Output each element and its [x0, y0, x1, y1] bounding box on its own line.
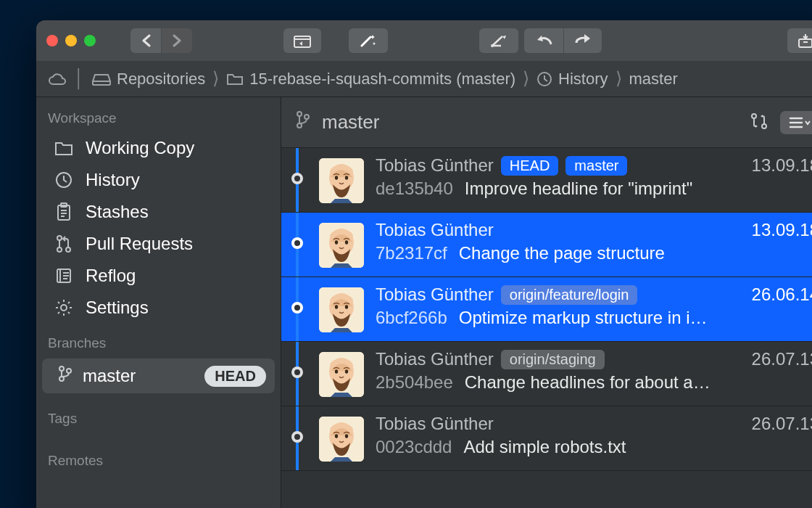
commit-row[interactable]: Tobias Günther26.07.130023cdddAdd simple… — [281, 406, 812, 471]
sidebar-item-label: Working Copy — [86, 138, 194, 158]
sidebar-branch-master[interactable]: master HEAD — [42, 359, 275, 393]
svg-point-16 — [297, 112, 302, 116]
breadcrumb-repo[interactable]: 15-rebase-i-squash-commits (master) — [226, 70, 515, 89]
svg-point-25 — [345, 176, 348, 180]
cloud-icon — [48, 73, 67, 86]
svg-rect-3 — [93, 81, 110, 85]
close-window[interactable] — [46, 35, 58, 46]
breadcrumb-history-label: History — [558, 70, 608, 89]
open-button[interactable] — [283, 28, 321, 53]
sidebar: Workspace Working CopyHistoryStashesPull… — [36, 97, 281, 508]
share-button[interactable] — [564, 28, 602, 53]
branch-icon — [296, 110, 310, 134]
commit-hash: 2b504bee — [376, 372, 453, 393]
avatar — [319, 417, 364, 462]
commit-row[interactable]: Tobias Güntherorigin/staging26.07.132b50… — [281, 342, 812, 406]
nav-forward-button[interactable] — [162, 28, 192, 53]
clock-icon — [52, 171, 75, 189]
sidebar-item-working-copy[interactable]: Working Copy — [36, 132, 281, 164]
stash-icon — [798, 33, 812, 49]
breadcrumb-repos[interactable]: Repositories — [92, 70, 205, 89]
graph-column — [281, 414, 313, 443]
rebase-button[interactable] — [479, 28, 518, 53]
graph-column — [281, 155, 313, 184]
svg-point-19 — [752, 114, 756, 118]
svg-point-44 — [335, 434, 338, 438]
sidebar-item-history[interactable]: History — [36, 164, 281, 196]
commit-hash: 0023cddd — [376, 437, 452, 457]
sidebar-item-settings[interactable]: Settings — [36, 292, 281, 324]
sidebar-item-stashes[interactable]: Stashes — [36, 196, 281, 228]
svg-point-39 — [335, 369, 338, 374]
svg-point-45 — [345, 434, 348, 438]
sidebar-item-pull-requests[interactable]: Pull Requests — [36, 228, 281, 260]
commit-hash: 6bcf266b — [376, 308, 447, 328]
commit-author: Tobias Günther — [376, 155, 494, 176]
commit-date: 26.07.13 — [752, 414, 812, 434]
commit-hash: de135b40 — [376, 179, 453, 199]
avatar — [319, 158, 364, 203]
content: Workspace Working CopyHistoryStashesPull… — [36, 97, 812, 508]
nav-back-forward — [130, 28, 192, 53]
ref-badge: origin/staging — [501, 350, 605, 369]
sidebar-item-label: Reflog — [86, 266, 136, 286]
avatar — [319, 287, 364, 332]
nav-back-button[interactable] — [130, 28, 161, 53]
commit-message: Optimize markup structure in i… — [459, 308, 708, 328]
commit-author: Tobias Günther — [376, 284, 494, 305]
svg-point-10 — [66, 247, 70, 252]
commit-date: 26.07.13 — [752, 349, 812, 369]
svg-point-1 — [491, 44, 494, 47]
commit-node — [291, 237, 303, 249]
separator-icon: │ — [74, 68, 85, 89]
breadcrumb-branch[interactable]: master — [629, 70, 678, 89]
window-controls — [46, 35, 96, 46]
commit-author: Tobias Günther — [376, 220, 494, 240]
commit-node — [291, 431, 303, 443]
share-icon — [574, 33, 592, 48]
svg-rect-2 — [799, 39, 812, 47]
commit-message: Improve headline for "imprint" — [465, 179, 693, 199]
commit-author: Tobias Günther — [376, 414, 494, 434]
svg-point-40 — [345, 369, 348, 374]
svg-point-13 — [59, 366, 64, 371]
commit-row[interactable]: Tobias Günther13.09.187b2317cfChange the… — [281, 213, 812, 277]
commit-author: Tobias Günther — [376, 349, 494, 369]
clock-icon — [536, 71, 552, 87]
breadcrumb: │ Repositories ⟩ 15-rebase-i-squash-comm… — [36, 61, 812, 97]
commit-message: Change headlines for about a… — [465, 372, 710, 393]
svg-point-8 — [57, 236, 62, 240]
commit-row[interactable]: Tobias GüntherHEADmaster13.09.18de135b40… — [281, 148, 812, 213]
ref-badge: HEAD — [501, 156, 559, 176]
clipboard-icon — [52, 202, 75, 221]
svg-point-24 — [335, 176, 338, 180]
graph-column — [281, 349, 313, 378]
folder-icon — [52, 140, 75, 156]
svg-point-15 — [67, 369, 71, 373]
compare-icon[interactable] — [750, 112, 768, 134]
magic-button[interactable] — [349, 28, 388, 53]
view-mode-button[interactable] — [780, 111, 812, 134]
breadcrumb-history[interactable]: History — [536, 70, 608, 89]
commit-row[interactable]: Tobias Güntherorigin/feature/login26.06.… — [281, 277, 812, 342]
commit-date: 13.09.18 — [752, 220, 812, 240]
sidebar-item-reflog[interactable]: Reflog — [36, 260, 281, 292]
current-branch-label: master — [322, 111, 379, 134]
ref-badge: origin/feature/login — [501, 285, 638, 305]
commit-node — [291, 302, 303, 314]
breadcrumb-cloud[interactable] — [48, 73, 67, 86]
zoom-window[interactable] — [84, 35, 96, 46]
sidebar-branch-label: master — [83, 366, 136, 386]
breadcrumb-branch-label: master — [629, 70, 678, 89]
graph-column — [281, 220, 313, 249]
undo-button[interactable] — [524, 28, 563, 53]
stash-button[interactable] — [787, 28, 812, 53]
breadcrumb-repo-label: 15-rebase-i-squash-commits (master) — [249, 70, 515, 89]
sidebar-item-label: Settings — [86, 298, 149, 318]
chevron-icon: ⟩ — [616, 68, 622, 89]
minimize-window[interactable] — [65, 35, 77, 46]
branch-icon — [58, 365, 72, 387]
ref-badge: master — [566, 156, 627, 176]
commit-list-header: master — [281, 97, 812, 148]
commit-message: Change the page structure — [459, 243, 665, 263]
